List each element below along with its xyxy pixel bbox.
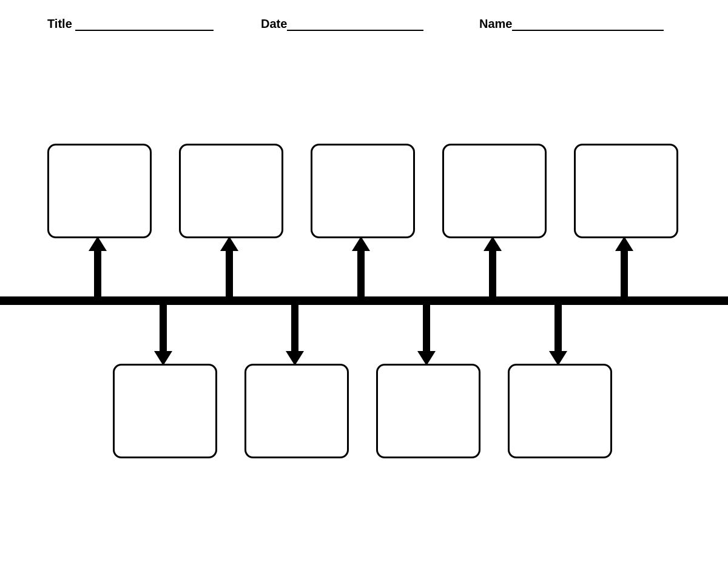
arrow-down-icon — [286, 299, 304, 366]
event-box-top-4[interactable] — [442, 144, 547, 238]
name-input-line[interactable] — [512, 19, 664, 31]
name-field[interactable]: Name — [479, 17, 664, 31]
arrow-up-icon — [89, 236, 107, 303]
arrow-up-icon — [352, 236, 370, 303]
arrow-down-icon — [154, 299, 172, 366]
event-box-bottom-2[interactable] — [244, 364, 349, 458]
event-box-bottom-3[interactable] — [376, 364, 480, 458]
arrow-down-icon — [549, 299, 567, 366]
title-label: Title — [47, 17, 72, 31]
timeline-worksheet: { "header": { "title_label": "Title", "d… — [0, 0, 728, 562]
event-box-top-2[interactable] — [179, 144, 283, 238]
event-box-top-3[interactable] — [311, 144, 415, 238]
name-label: Name — [479, 17, 512, 31]
event-box-top-5[interactable] — [574, 144, 678, 238]
title-field[interactable]: Title — [47, 17, 214, 31]
arrow-up-icon — [615, 236, 633, 303]
arrow-down-icon — [417, 299, 436, 366]
date-label: Date — [261, 17, 287, 31]
arrow-up-icon — [220, 236, 238, 303]
event-box-bottom-1[interactable] — [113, 364, 217, 458]
arrow-up-icon — [484, 236, 502, 303]
date-input-line[interactable] — [287, 19, 423, 31]
title-input-line[interactable] — [75, 19, 214, 31]
event-box-bottom-4[interactable] — [508, 364, 612, 458]
event-box-top-1[interactable] — [47, 144, 152, 238]
date-field[interactable]: Date — [261, 17, 423, 31]
header-fields: Title Date Name — [0, 17, 728, 41]
